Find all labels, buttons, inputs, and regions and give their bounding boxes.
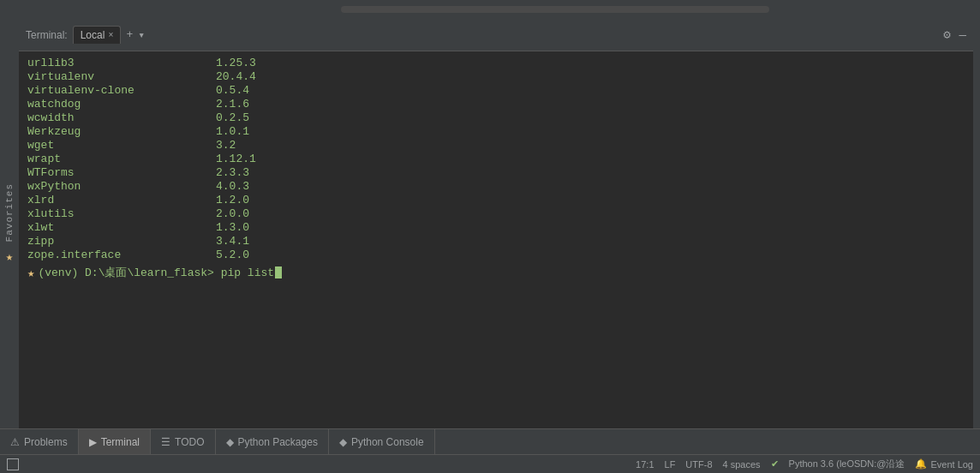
package-name: WTForms — [27, 166, 216, 179]
problems-tab-label: Problems — [24, 436, 68, 448]
prompt-line: ★ (venv) D:\桌面\learn_flask> pip list — [27, 265, 965, 280]
table-row: Werkzeug1.0.1 — [27, 125, 965, 138]
package-name: virtualenv-clone — [27, 84, 216, 97]
package-name: zope.interface — [27, 248, 216, 261]
package-version: 0.2.5 — [216, 111, 249, 124]
package-version: 3.4.1 — [216, 235, 249, 248]
vertical-scrollbar[interactable] — [973, 19, 980, 428]
package-version: 2.1.6 — [216, 98, 249, 111]
package-version: 1.12.1 — [216, 153, 256, 165]
package-name: xlwt — [27, 221, 216, 234]
table-row: virtualenv20.4.4 — [27, 70, 965, 83]
add-terminal-icon[interactable]: + — [126, 28, 133, 41]
settings-icon[interactable]: ⚙ — [943, 27, 950, 42]
favorites-sidebar: Favorites ★ — [0, 19, 19, 428]
table-row: watchdog2.1.6 — [27, 98, 965, 111]
package-name: xlutils — [27, 207, 216, 220]
tab-terminal[interactable]: ▶Terminal — [79, 429, 151, 454]
package-name: wget — [27, 139, 216, 152]
status-bar-right: 17:1 LF UTF-8 4 spaces ✔ Python 3.6 (leO… — [636, 458, 973, 470]
package-name: virtualenv — [27, 70, 216, 83]
package-version: 2.0.0 — [216, 207, 249, 220]
prompt-star-icon: ★ — [27, 266, 34, 280]
package-version: 1.0.1 — [216, 125, 249, 138]
terminal-panel: Terminal: Local × + ▾ ⚙ — urllib31.25.3v… — [19, 19, 973, 428]
package-name: wxPython — [27, 180, 216, 193]
minimize-icon[interactable]: — — [959, 28, 966, 42]
favorites-label: Favorites — [4, 183, 15, 242]
package-version: 1.25.3 — [216, 57, 256, 69]
table-row: virtualenv-clone0.5.4 — [27, 84, 965, 97]
bottom-tabs-bar: ⚠Problems▶Terminal☰TODO◆Python Packages◆… — [0, 428, 980, 454]
package-version: 2.3.3 — [216, 166, 249, 179]
table-row: xlrd1.2.0 — [27, 194, 965, 207]
event-log[interactable]: 🔔 Event Log — [915, 458, 973, 470]
status-bar: 17:1 LF UTF-8 4 spaces ✔ Python 3.6 (leO… — [0, 454, 980, 473]
terminal-label: Terminal: — [26, 29, 68, 41]
main-area: Favorites ★ Terminal: Local × + ▾ ⚙ — ur — [0, 19, 980, 428]
package-name: zipp — [27, 235, 216, 248]
terminal-tab-label: Terminal — [101, 436, 140, 448]
event-log-label: Event Log — [930, 459, 973, 470]
python-console-tab-icon: ◆ — [339, 436, 347, 448]
prompt-text: (venv) D:\桌面\learn_flask> pip list — [38, 265, 274, 280]
package-name: xlrd — [27, 194, 216, 207]
event-log-icon: 🔔 — [915, 458, 927, 470]
terminal-header-icons: ⚙ — — [943, 27, 966, 42]
table-row: xlutils2.0.0 — [27, 207, 965, 220]
terminal-tab-label: Local — [81, 29, 105, 41]
tab-todo[interactable]: ☰TODO — [151, 429, 215, 454]
table-row: wrapt1.12.1 — [27, 153, 965, 165]
package-version: 1.3.0 — [216, 221, 249, 234]
tab-problems[interactable]: ⚠Problems — [0, 429, 79, 454]
python-packages-tab-label: Python Packages — [238, 436, 318, 448]
terminal-header: Terminal: Local × + ▾ ⚙ — — [19, 19, 973, 51]
package-version: 4.0.3 — [216, 180, 249, 193]
table-row: wcwidth0.2.5 — [27, 111, 965, 124]
favorites-star-icon[interactable]: ★ — [6, 249, 13, 264]
table-row: urllib31.25.3 — [27, 57, 965, 69]
package-name: urllib3 — [27, 57, 216, 69]
python-version[interactable]: Python 3.6 (leOSDN:@沿途 — [789, 458, 905, 470]
terminal-dropdown-icon[interactable]: ▾ — [138, 28, 145, 42]
horizontal-scrollbar[interactable] — [341, 6, 769, 13]
terminal-body[interactable]: urllib31.25.3virtualenv20.4.4virtualenv-… — [19, 51, 973, 428]
package-name: watchdog — [27, 98, 216, 111]
tab-python-packages[interactable]: ◆Python Packages — [216, 429, 329, 454]
package-version: 20.4.4 — [216, 70, 256, 83]
top-scrollbar-area — [0, 0, 980, 19]
package-version: 0.5.4 — [216, 84, 249, 97]
table-row: xlwt1.3.0 — [27, 221, 965, 234]
table-row: zope.interface5.2.0 — [27, 248, 965, 261]
indent[interactable]: 4 spaces — [723, 459, 761, 470]
python-packages-tab-icon: ◆ — [226, 436, 234, 448]
package-version: 3.2 — [216, 139, 236, 152]
check-icon: ✔ — [771, 458, 779, 470]
table-row: wxPython4.0.3 — [27, 180, 965, 193]
cursor-position[interactable]: 17:1 — [636, 459, 654, 470]
status-bar-left — [7, 458, 19, 470]
table-row: wget3.2 — [27, 139, 965, 152]
package-name: Werkzeug — [27, 125, 216, 138]
terminal-tab-icon: ▶ — [89, 436, 97, 448]
table-row: WTForms2.3.3 — [27, 166, 965, 179]
package-version: 1.2.0 — [216, 194, 249, 207]
line-ending[interactable]: LF — [665, 459, 676, 470]
status-square-icon[interactable] — [7, 458, 19, 470]
problems-tab-icon: ⚠ — [10, 436, 20, 448]
table-row: zipp3.4.1 — [27, 235, 965, 248]
terminal-header-left: Terminal: Local × + ▾ — [26, 26, 145, 44]
todo-tab-label: TODO — [175, 436, 204, 448]
terminal-tab-close-icon[interactable]: × — [108, 31, 113, 40]
todo-tab-icon: ☰ — [161, 436, 170, 448]
package-name: wcwidth — [27, 111, 216, 124]
package-name: wrapt — [27, 153, 216, 165]
charset[interactable]: UTF-8 — [685, 459, 712, 470]
package-version: 5.2.0 — [216, 248, 249, 261]
python-console-tab-label: Python Console — [351, 436, 424, 448]
tab-python-console[interactable]: ◆Python Console — [329, 429, 435, 454]
cursor — [275, 266, 282, 278]
terminal-tab-local[interactable]: Local × — [73, 26, 122, 44]
